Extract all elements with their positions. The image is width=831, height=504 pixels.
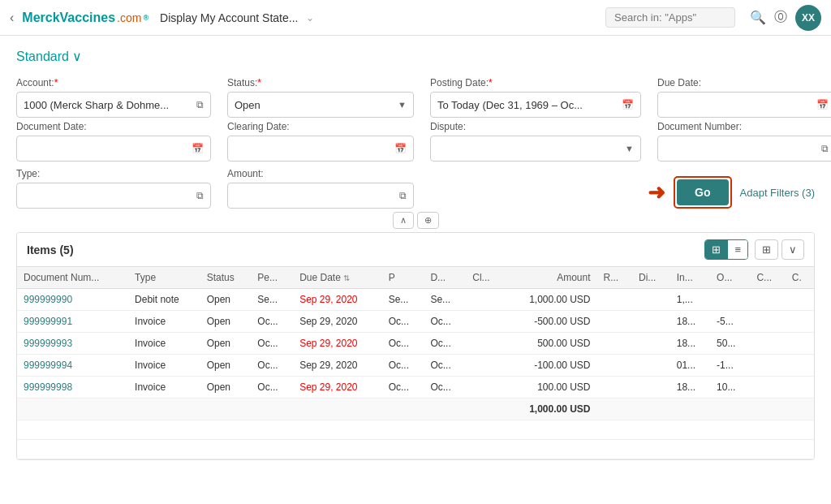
due-date-input[interactable]: 📅 — [657, 92, 831, 118]
cell-di — [632, 355, 670, 377]
table-row: 999999994 Invoice Open Oc... Sep 29, 202… — [17, 355, 814, 377]
logo-com: .com — [117, 11, 141, 24]
logo-text: MerckVaccines — [22, 11, 115, 25]
cell-c — [750, 311, 785, 333]
collapse-up-button[interactable]: ∧ — [393, 212, 414, 229]
calendar-icon2[interactable]: 📅 — [816, 99, 829, 110]
col-doc-num: Document Num... — [17, 267, 128, 289]
cell-di — [632, 311, 670, 333]
copy-icon2[interactable]: ⧉ — [821, 143, 829, 154]
cell-amount: 500.00 USD — [504, 333, 597, 355]
col-di: Di... — [632, 267, 670, 289]
dropdown-icon: ▼ — [398, 100, 407, 110]
back-button[interactable]: ‹ — [10, 11, 14, 25]
calendar-icon4[interactable]: 📅 — [394, 143, 407, 154]
grid-view-button[interactable]: ⊞ — [705, 240, 728, 259]
cell-type: Invoice — [128, 333, 200, 355]
chart-view-button[interactable]: ⊞ — [755, 239, 778, 260]
col-due-date: Due Date ⇅ — [293, 267, 382, 289]
cell-p: Oc... — [382, 377, 424, 398]
total-row: 1,000.00 USD — [17, 398, 814, 420]
cell-o — [710, 289, 750, 311]
status-input[interactable]: Open ▼ — [227, 92, 414, 118]
cell-r — [597, 377, 632, 398]
type-input[interactable]: ⧉ — [16, 183, 211, 209]
amount-input[interactable]: ⧉ — [227, 183, 414, 209]
cell-r — [597, 333, 632, 355]
title-dropdown-icon[interactable]: ⌄ — [306, 12, 314, 24]
col-r: R... — [597, 267, 632, 289]
more-views-button[interactable]: ∨ — [781, 239, 804, 260]
go-button[interactable]: Go — [677, 179, 728, 205]
table-row: 999999993 Invoice Open Oc... Sep 29, 202… — [17, 333, 814, 355]
cell-in: 18... — [670, 377, 710, 398]
posting-date-input[interactable]: To Today (Dec 31, 1969 – Oc... 📅 — [430, 92, 641, 118]
col-pe: Pe... — [251, 267, 293, 289]
col-c: C... — [750, 267, 785, 289]
cell-type: Invoice — [128, 311, 200, 333]
cell-pe: Oc... — [251, 311, 293, 333]
dispute-input[interactable]: ▼ — [430, 136, 641, 162]
cell-cdot — [786, 355, 814, 377]
cell-doc-num[interactable]: 999999998 — [17, 377, 128, 398]
copy-icon3[interactable]: ⧉ — [196, 190, 204, 201]
copy-icon[interactable]: ⧉ — [196, 99, 204, 110]
help-icon[interactable]: ⓪ — [774, 9, 787, 26]
clearing-date-input[interactable]: 📅 — [227, 136, 414, 162]
cell-in: 1,... — [670, 289, 710, 311]
cell-pe: Oc... — [251, 333, 293, 355]
search-icon[interactable]: 🔍 — [750, 10, 766, 25]
cell-c — [750, 289, 785, 311]
posting-date-filter: Posting Date:* To Today (Dec 31, 1969 – … — [430, 77, 641, 118]
search-input[interactable] — [605, 7, 735, 28]
account-input[interactable]: 1000 (Merck Sharp & Dohme... ⧉ — [16, 92, 211, 118]
document-date-label: Document Date: — [16, 121, 211, 132]
cell-in: 18... — [670, 333, 710, 355]
cell-in: 18... — [670, 311, 710, 333]
dispute-dropdown-icon: ▼ — [625, 144, 634, 153]
cell-di — [632, 377, 670, 398]
table-row: 999999990 Debit note Open Se... Sep 29, … — [17, 289, 814, 311]
items-controls: ⊞ ≡ ⊞ ∨ — [704, 239, 804, 260]
avatar[interactable]: XX — [795, 5, 821, 31]
logo-registered: ® — [143, 14, 149, 22]
cell-c — [750, 333, 785, 355]
document-date-input[interactable]: 📅 — [16, 136, 211, 162]
cell-d: Oc... — [424, 333, 466, 355]
copy-icon4[interactable]: ⧉ — [399, 190, 407, 201]
cell-o: 10... — [710, 377, 750, 398]
table-header-row: Document Num... Type Status Pe... Due Da… — [17, 267, 814, 289]
go-arrow-indicator: ➜ — [648, 180, 665, 205]
cell-d: Se... — [424, 289, 466, 311]
col-amount: Amount — [504, 267, 597, 289]
list-view-button[interactable]: ≡ — [728, 240, 747, 259]
document-number-input[interactable]: ⧉ — [657, 136, 831, 162]
account-value: 1000 (Merck Sharp & Dohme... — [24, 99, 196, 111]
adapt-filters-link[interactable]: Adapt Filters (3) — [740, 187, 815, 199]
col-cl: Cl... — [466, 267, 504, 289]
cell-doc-num[interactable]: 999999991 — [17, 311, 128, 333]
document-number-filter: Document Number: ⧉ — [657, 121, 831, 162]
cell-r — [597, 311, 632, 333]
clearing-date-label: Clearing Date: — [227, 121, 414, 132]
view-toggle-group: ⊞ ≡ — [704, 239, 748, 260]
cell-due-date: Sep 29, 2020 — [293, 377, 382, 398]
calendar-icon3[interactable]: 📅 — [192, 143, 204, 154]
cell-doc-num[interactable]: 999999990 — [17, 289, 128, 311]
app-logo: MerckVaccines.com® — [22, 11, 149, 25]
cell-doc-num[interactable]: 999999993 — [17, 333, 128, 355]
cell-doc-num[interactable]: 999999994 — [17, 355, 128, 377]
cell-cl — [466, 333, 504, 355]
status-filter: Status:* Open ▼ — [227, 77, 414, 118]
cell-due-date: Sep 29, 2020 — [293, 333, 382, 355]
account-label: Account:* — [16, 77, 211, 88]
cell-p: Oc... — [382, 355, 424, 377]
amount-filter: Amount: ⧉ — [227, 168, 414, 209]
cell-due-date: Sep 29, 2020 — [293, 311, 382, 333]
calendar-icon[interactable]: 📅 — [622, 99, 634, 110]
standard-dropdown[interactable]: Standard ∨ — [16, 49, 815, 64]
col-type: Type — [128, 267, 200, 289]
cell-cl — [466, 355, 504, 377]
pin-button[interactable]: ⊕ — [417, 212, 439, 229]
cell-r — [597, 289, 632, 311]
